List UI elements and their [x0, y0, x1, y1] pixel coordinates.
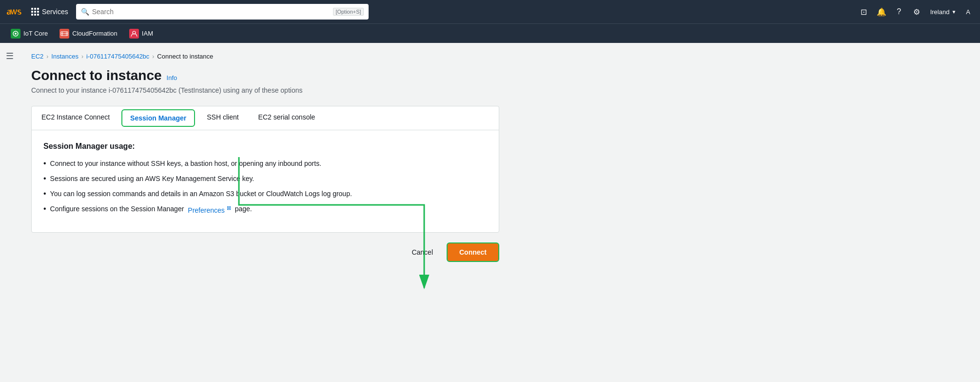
- services-label: Services: [42, 8, 68, 16]
- tab-ec2-instance-connect[interactable]: EC2 Instance Connect: [32, 106, 119, 130]
- cloudformation-icon: [59, 29, 69, 39]
- cloudformation-label: CloudFormation: [72, 30, 118, 37]
- main-container: ☰ EC2 › Instances › i-076117475405642bc …: [0, 43, 980, 382]
- content-area: EC2 › Instances › i-076117475405642bc › …: [20, 43, 980, 382]
- tab-session-manager-label: Session Manager: [130, 114, 186, 122]
- sidebar-toggle-button[interactable]: ☰: [0, 43, 20, 382]
- session-manager-bullet-list: Connect to your instance without SSH key…: [43, 159, 487, 216]
- terminal-icon: ⊡: [861, 7, 867, 17]
- tab-content-session-manager: Session Manager usage: Connect to your i…: [32, 130, 499, 232]
- services-button[interactable]: Services: [27, 6, 72, 18]
- breadcrumb-current: Connect to instance: [157, 53, 213, 60]
- breadcrumb-instance-id[interactable]: i-076117475405642bc: [86, 53, 149, 60]
- help-button[interactable]: ?: [891, 4, 907, 20]
- nav-item-iot-core[interactable]: IoT Core: [6, 26, 53, 41]
- settings-button[interactable]: ⚙: [909, 4, 924, 20]
- connect-button[interactable]: Connect: [447, 242, 499, 262]
- nav-icons: ⊡ 🔔 ? ⚙ Ireland ▼ A: [856, 4, 974, 20]
- tab-container: EC2 Instance Connect Session Manager SSH…: [31, 106, 499, 233]
- iot-core-icon: [11, 29, 20, 39]
- svg-point-1: [15, 33, 17, 35]
- tab-ec2-serial-console-label: EC2 serial console: [258, 113, 315, 121]
- breadcrumb-instances[interactable]: Instances: [51, 53, 78, 60]
- terminal-icon-button[interactable]: ⊡: [856, 4, 872, 20]
- iot-core-label: IoT Core: [23, 30, 48, 37]
- account-initial: A: [966, 8, 970, 16]
- breadcrumb-sep-2: ›: [81, 53, 83, 60]
- search-shortcut: [Option+S]: [333, 8, 363, 16]
- region-label: Ireland: [930, 8, 950, 16]
- aws-logo[interactable]: [6, 3, 23, 20]
- session-manager-heading: Session Manager usage:: [43, 142, 487, 151]
- breadcrumb-sep-1: ›: [46, 53, 48, 60]
- grid-icon: [31, 8, 39, 16]
- search-icon: 🔍: [81, 8, 89, 16]
- question-icon: ?: [897, 7, 901, 16]
- gear-icon: ⚙: [913, 7, 920, 17]
- notifications-button[interactable]: 🔔: [874, 4, 889, 20]
- bell-icon: 🔔: [877, 7, 886, 17]
- nav-item-iam[interactable]: IAM: [124, 26, 158, 41]
- preferences-link[interactable]: Preferences ⊠: [188, 204, 231, 216]
- breadcrumb-ec2[interactable]: EC2: [31, 53, 43, 60]
- page-title-row: Connect to instance Info: [31, 68, 968, 83]
- secondary-nav: IoT Core CloudFormation IAM: [0, 23, 980, 43]
- page-title: Connect to instance: [31, 68, 162, 83]
- search-input[interactable]: [92, 8, 331, 16]
- bullet-text-1: Connect to your instance without SSH key…: [50, 159, 321, 169]
- tab-session-manager[interactable]: Session Manager: [121, 109, 195, 127]
- bullet-text-3: You can log session commands and details…: [50, 189, 352, 199]
- region-button[interactable]: Ireland ▼: [926, 6, 960, 18]
- tab-ec2-instance-connect-label: EC2 Instance Connect: [41, 113, 110, 121]
- breadcrumb-sep-3: ›: [152, 53, 154, 60]
- cancel-button[interactable]: Cancel: [404, 244, 441, 260]
- breadcrumb: EC2 › Instances › i-076117475405642bc › …: [31, 53, 968, 60]
- bullet-item-3: You can log session commands and details…: [43, 189, 487, 199]
- bullet-item-2: Sessions are secured using an AWS Key Ma…: [43, 174, 487, 184]
- bullet-item-4: Configure sessions on the Session Manage…: [43, 204, 487, 216]
- nav-item-cloudformation[interactable]: CloudFormation: [55, 26, 122, 41]
- bullet-text-2: Sessions are secured using an AWS Key Ma…: [50, 174, 255, 184]
- region-chevron-icon: ▼: [951, 9, 956, 15]
- top-nav: Services 🔍 [Option+S] ⊡ 🔔 ? ⚙ Ireland ▼: [0, 0, 980, 23]
- action-row: Cancel Connect: [31, 242, 499, 262]
- bullet-text-4b: page.: [235, 204, 252, 214]
- tab-ssh-client[interactable]: SSH client: [197, 106, 248, 130]
- info-link[interactable]: Info: [167, 74, 177, 81]
- tab-ec2-serial-console[interactable]: EC2 serial console: [249, 106, 325, 130]
- account-button[interactable]: A: [962, 6, 974, 18]
- bullet-text-4: Configure sessions on the Session Manage…: [50, 204, 184, 214]
- external-link-icon: ⊠: [227, 205, 231, 211]
- hamburger-icon: ☰: [6, 51, 14, 61]
- iam-icon: [129, 29, 139, 39]
- tab-bar: EC2 Instance Connect Session Manager SSH…: [32, 106, 499, 130]
- iam-label: IAM: [142, 30, 153, 37]
- bullet-item-1: Connect to your instance without SSH key…: [43, 159, 487, 169]
- search-bar[interactable]: 🔍 [Option+S]: [76, 4, 369, 20]
- tab-ssh-client-label: SSH client: [207, 113, 238, 121]
- page-subtitle: Connect to your instance i-0761174754056…: [31, 86, 968, 94]
